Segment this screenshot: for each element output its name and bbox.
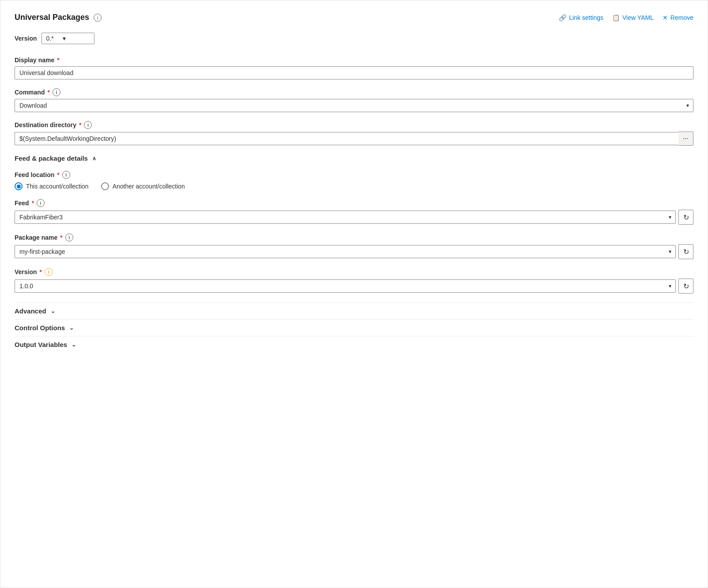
destination-dir-browse-button[interactable]: ···: [678, 132, 693, 146]
package-name-required: *: [60, 234, 62, 241]
remove-button[interactable]: ✕ Remove: [663, 14, 693, 21]
package-name-select[interactable]: my-first-package: [15, 245, 676, 258]
control-options-chevron-icon: ⌄: [69, 325, 74, 331]
feed-location-field: Feed location * i This account/collectio…: [15, 171, 693, 190]
version-package-select-wrapper: 1.0.0 ▾: [15, 279, 676, 293]
feed-field: Feed * i FabrikamFiber3 ▾ ↻: [15, 199, 693, 225]
command-field: Command * i Download Publish ▾: [15, 88, 693, 112]
feed-location-this-account[interactable]: This account/collection: [15, 182, 89, 190]
package-name-label: Package name: [15, 234, 57, 241]
package-name-refresh-button[interactable]: ↻: [678, 244, 693, 259]
feed-label: Feed: [15, 200, 29, 207]
version-package-refresh-button[interactable]: ↻: [678, 279, 693, 294]
feed-package-chevron-icon: ∧: [92, 155, 96, 162]
feed-location-label: Feed location: [15, 171, 54, 178]
feed-package-section-label: Feed & package details: [15, 155, 88, 162]
version-row: Version 0.* ▾: [15, 33, 693, 44]
command-label: Command: [15, 89, 45, 96]
feed-info-icon[interactable]: i: [37, 199, 45, 207]
output-variables-section-header[interactable]: Output Variables ⌄: [15, 336, 693, 353]
version-value: 0.*: [46, 35, 54, 42]
feed-refresh-button[interactable]: ↻: [678, 210, 693, 225]
command-required: *: [47, 89, 49, 96]
another-account-label: Another account/collection: [113, 183, 185, 190]
header-left: Universal Packages i: [15, 13, 102, 22]
advanced-chevron-icon: ⌄: [51, 308, 55, 314]
remove-icon: ✕: [663, 14, 668, 21]
command-info-icon[interactable]: i: [53, 88, 60, 96]
header-actions: 🔗 Link settings 📋 View YAML ✕ Remove: [559, 14, 693, 21]
advanced-section-label: Advanced: [15, 307, 46, 315]
ellipsis-icon: ···: [683, 135, 689, 143]
package-name-field: Package name * i my-first-package ▾ ↻: [15, 234, 693, 259]
feed-select-wrapper: FabrikamFiber3 ▾: [15, 211, 676, 224]
version-package-label: Version: [15, 268, 37, 275]
yaml-icon: 📋: [612, 14, 620, 21]
feed-location-info-icon[interactable]: i: [62, 171, 70, 179]
version-package-info-icon[interactable]: i: [45, 268, 53, 276]
destination-dir-input[interactable]: [15, 132, 678, 145]
page-title: Universal Packages: [15, 13, 89, 22]
version-package-refresh-icon: ↻: [683, 282, 689, 290]
version-package-field: Version * i 1.0.0 ▾ ↻: [15, 268, 693, 294]
package-name-info-icon[interactable]: i: [65, 234, 73, 241]
version-chevron-icon: ▾: [63, 35, 66, 42]
another-account-radio[interactable]: [101, 182, 109, 190]
display-name-label: Display name: [15, 57, 54, 64]
package-name-select-row: my-first-package ▾ ↻: [15, 244, 693, 259]
destination-directory-field: Destination directory * i ···: [15, 121, 693, 146]
destination-dir-label: Destination directory: [15, 121, 76, 128]
feed-package-section-header[interactable]: Feed & package details ∧: [15, 155, 693, 162]
package-name-refresh-icon: ↻: [683, 248, 689, 256]
feed-refresh-icon: ↻: [683, 213, 689, 222]
feed-location-required: *: [57, 171, 59, 178]
link-icon: 🔗: [559, 14, 566, 21]
display-name-field: Display name *: [15, 57, 693, 79]
version-package-required: *: [40, 268, 42, 275]
package-name-select-wrapper: my-first-package ▾: [15, 245, 676, 258]
feed-select-row: FabrikamFiber3 ▾ ↻: [15, 210, 693, 225]
page-header: Universal Packages i 🔗 Link settings 📋 V…: [15, 13, 693, 22]
link-settings-button[interactable]: 🔗 Link settings: [559, 14, 603, 21]
this-account-label: This account/collection: [26, 183, 89, 190]
this-account-radio[interactable]: [15, 182, 23, 190]
display-name-input[interactable]: [15, 66, 693, 79]
feed-required: *: [32, 200, 34, 207]
destination-dir-row: ···: [15, 132, 693, 146]
output-variables-chevron-icon: ⌄: [72, 342, 76, 348]
control-options-label: Control Options: [15, 324, 65, 332]
version-label: Version: [15, 35, 37, 42]
command-select-wrapper: Download Publish ▾: [15, 99, 693, 112]
view-yaml-button[interactable]: 📋 View YAML: [612, 14, 654, 21]
feed-location-another-account[interactable]: Another account/collection: [101, 182, 185, 190]
version-select[interactable]: 0.* ▾: [41, 33, 94, 44]
header-info-icon[interactable]: i: [94, 14, 102, 22]
command-select[interactable]: Download Publish: [15, 99, 693, 112]
feed-location-radio-group: This account/collection Another account/…: [15, 182, 693, 190]
destination-dir-info-icon[interactable]: i: [84, 121, 92, 129]
advanced-section-header[interactable]: Advanced ⌄: [15, 302, 693, 319]
destination-dir-required: *: [79, 121, 81, 128]
display-name-required: *: [57, 57, 59, 64]
feed-select[interactable]: FabrikamFiber3: [15, 211, 676, 224]
version-package-select[interactable]: 1.0.0: [15, 279, 676, 293]
output-variables-label: Output Variables: [15, 341, 67, 348]
control-options-section-header[interactable]: Control Options ⌄: [15, 319, 693, 336]
version-package-select-row: 1.0.0 ▾ ↻: [15, 279, 693, 294]
